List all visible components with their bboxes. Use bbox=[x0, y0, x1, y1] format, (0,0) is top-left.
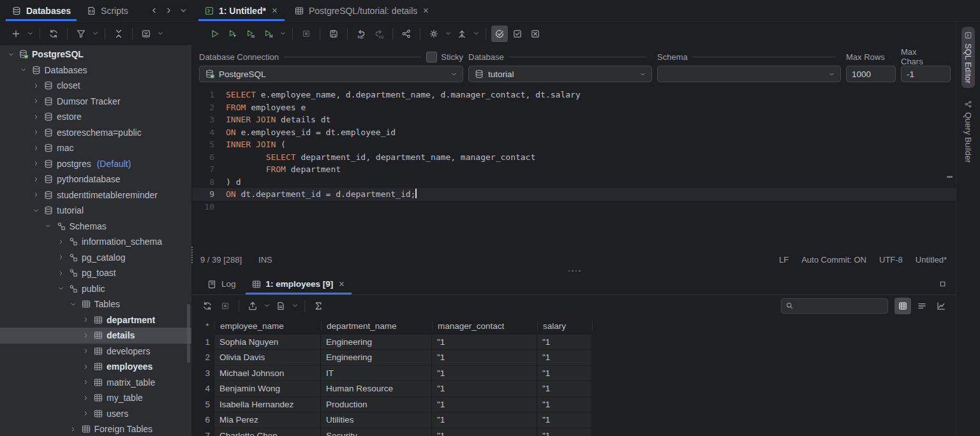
tree-item-matrix-table[interactable]: matrix_table bbox=[0, 375, 191, 391]
refresh-button[interactable] bbox=[45, 25, 62, 42]
tree-item-pg-catalog[interactable]: pg_catalog bbox=[0, 250, 191, 266]
grid-cell[interactable]: Mia Perez bbox=[214, 412, 321, 428]
code-line-1[interactable]: 1SELECT e.employee_name, d.department_na… bbox=[193, 89, 956, 101]
grid-cell[interactable]: "1 bbox=[537, 350, 592, 366]
maximize-icon[interactable] bbox=[939, 280, 947, 288]
view-options-chevron-icon[interactable] bbox=[157, 30, 164, 37]
grid-cell[interactable]: "1 bbox=[537, 397, 592, 413]
tab-databases[interactable]: Databases bbox=[4, 0, 78, 21]
tree-item-foreign-tables[interactable]: Foreign Tables bbox=[0, 421, 191, 436]
grid-row-7[interactable]: 7Charlotte ChenSecurity"1"1 bbox=[200, 428, 956, 436]
chevron-down-icon[interactable] bbox=[6, 51, 15, 58]
back-icon[interactable] bbox=[150, 6, 158, 15]
tree-item-pg-toast[interactable]: pg_toast bbox=[0, 265, 191, 281]
caret-position[interactable]: 9 / 39 [288] bbox=[200, 255, 242, 265]
code-line-5[interactable]: 5INNER JOIN ( bbox=[193, 138, 956, 151]
chevron-down-icon[interactable] bbox=[44, 222, 53, 229]
result-search[interactable] bbox=[781, 298, 888, 314]
grid-cell[interactable]: "1 bbox=[432, 366, 537, 382]
tree-item-pythondatabase[interactable]: pythondatabase bbox=[0, 171, 191, 187]
reload-data-button[interactable] bbox=[199, 298, 216, 314]
grid-cell[interactable]: "1 bbox=[537, 428, 592, 436]
chevron-right-icon[interactable] bbox=[31, 129, 40, 136]
tree-item-postgresql[interactable]: PostgreSQL bbox=[0, 47, 191, 62]
grid-cell[interactable]: Isabella Hernandez bbox=[214, 397, 321, 413]
database-select[interactable]: tutorial bbox=[468, 66, 652, 82]
sidebar-scrollbar-thumb[interactable] bbox=[187, 304, 190, 363]
column-header-employee_name[interactable]: employee_name bbox=[215, 321, 322, 331]
run-named-button[interactable]: N bbox=[260, 25, 277, 42]
auto-commit-status[interactable]: Auto Commit: ON bbox=[801, 255, 866, 265]
grid-cell[interactable]: Benjamin Wong bbox=[214, 381, 321, 397]
tab-result-employees[interactable]: 1: employees [9] bbox=[244, 274, 354, 294]
code-line-9[interactable]: 9ON dt.department_id = d.department_id; bbox=[193, 188, 956, 201]
settings-button[interactable] bbox=[426, 25, 442, 42]
chevron-right-icon[interactable] bbox=[56, 254, 65, 261]
grid-cell[interactable]: Engineering bbox=[321, 335, 432, 351]
tab-log[interactable]: Log bbox=[199, 274, 244, 294]
tree-item-employees[interactable]: employees bbox=[0, 359, 191, 375]
grid-cell[interactable]: Security bbox=[321, 428, 432, 436]
chevron-right-icon[interactable] bbox=[81, 410, 90, 417]
grid-cell[interactable]: Michael Johnson bbox=[214, 366, 321, 382]
filter-button[interactable] bbox=[73, 25, 89, 42]
tree-item-dumsor-tracker[interactable]: Dumsor Tracker bbox=[0, 94, 191, 110]
max-chars-input[interactable] bbox=[901, 66, 951, 82]
chevron-right-icon[interactable] bbox=[69, 426, 78, 433]
tree-item-estoreschema-public[interactable]: estoreschema=public bbox=[0, 125, 191, 141]
add-chevron-icon[interactable] bbox=[27, 30, 34, 37]
tree-item-databases[interactable]: Databases bbox=[0, 62, 191, 78]
export-data-button[interactable] bbox=[244, 298, 261, 314]
code-line-6[interactable]: 6 SELECT department_id, department_name,… bbox=[193, 151, 956, 164]
sticky-checkbox[interactable] bbox=[426, 52, 437, 62]
sql-editor-tab[interactable]: SQL Editor bbox=[961, 27, 975, 88]
chevron-right-icon[interactable] bbox=[31, 145, 40, 152]
close-tab-icon[interactable] bbox=[338, 280, 346, 288]
grid-cell[interactable]: "1 bbox=[537, 366, 592, 382]
grid-cell[interactable]: "1 bbox=[432, 350, 537, 366]
grid-row-1[interactable]: 1Sophia NguyenEngineering"1"1 bbox=[200, 335, 956, 351]
tree-item-schemas[interactable]: Schemas bbox=[0, 219, 191, 235]
grid-cell[interactable]: Olivia Davis bbox=[214, 350, 321, 366]
horizontal-splitter[interactable] bbox=[193, 268, 956, 274]
stop-button[interactable] bbox=[298, 25, 315, 42]
grid-view-button[interactable] bbox=[895, 298, 911, 314]
save-button[interactable] bbox=[325, 25, 342, 42]
tree-item-information-schema[interactable]: information_schema bbox=[0, 234, 191, 250]
chevron-right-icon[interactable] bbox=[81, 395, 90, 402]
chevron-down-icon[interactable] bbox=[19, 66, 28, 73]
grid-cell[interactable]: Sophia Nguyen bbox=[214, 335, 321, 351]
grid-cell[interactable]: "1 bbox=[537, 381, 592, 397]
undo-sql-button[interactable]: SQL bbox=[353, 25, 369, 42]
tree-item-department[interactable]: department bbox=[0, 312, 191, 328]
run-at-cursor-button[interactable] bbox=[225, 25, 241, 42]
chevron-right-icon[interactable] bbox=[56, 238, 65, 245]
grid-cell[interactable]: "1 bbox=[432, 428, 537, 436]
code-editor[interactable]: 1SELECT e.employee_name, d.department_na… bbox=[193, 87, 956, 252]
row-number-header[interactable]: * bbox=[200, 321, 215, 331]
grid-cell[interactable]: "1 bbox=[432, 381, 537, 397]
stop-query-button[interactable] bbox=[217, 298, 234, 314]
run-button[interactable] bbox=[207, 25, 223, 42]
chevron-right-icon[interactable] bbox=[31, 160, 40, 167]
grid-cell[interactable]: Production bbox=[321, 397, 432, 413]
tree-item-users[interactable]: users bbox=[0, 406, 191, 422]
grid-cell[interactable]: "1 bbox=[432, 412, 537, 428]
tab-scripts[interactable]: Scripts bbox=[78, 0, 136, 21]
add-datasource-button[interactable] bbox=[8, 25, 24, 42]
chevron-down-icon[interactable] bbox=[69, 301, 78, 308]
close-tab-icon[interactable] bbox=[422, 6, 430, 15]
schema-select[interactable] bbox=[657, 66, 841, 82]
column-header-salary[interactable]: salary bbox=[538, 321, 593, 331]
data-extractor-button[interactable] bbox=[272, 298, 289, 314]
tree-item-developers[interactable]: developers bbox=[0, 344, 191, 360]
editor-tab-details[interactable]: PostgreSQL/tutorial: details bbox=[286, 0, 438, 21]
chevron-right-icon[interactable] bbox=[31, 82, 40, 89]
redo-sql-button[interactable]: SQL bbox=[371, 25, 387, 42]
grid-cell[interactable]: Charlotte Chen bbox=[214, 428, 321, 436]
grid-cell[interactable]: IT bbox=[321, 366, 432, 382]
text-view-button[interactable] bbox=[914, 298, 930, 314]
select-check-button[interactable] bbox=[509, 25, 526, 42]
run-chevron-icon[interactable] bbox=[279, 30, 286, 37]
tree-item-estore[interactable]: estore bbox=[0, 109, 191, 125]
